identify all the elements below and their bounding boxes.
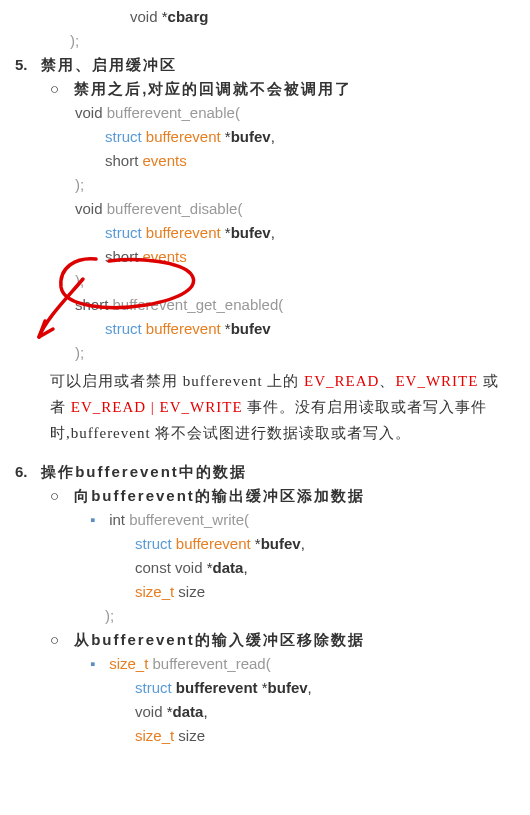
keyword: const — [135, 559, 171, 576]
text-red: EV_READ | EV_WRITE — [71, 399, 243, 415]
list-number: 5. — [15, 53, 37, 77]
bullet-circle-icon: ○ — [50, 628, 70, 652]
param: bufev — [231, 320, 271, 337]
code-line: ); — [15, 29, 515, 53]
code-line: struct bufferevent *bufev — [15, 317, 515, 341]
code-line: struct bufferevent *bufev, — [15, 221, 515, 245]
code-line: ); — [15, 173, 515, 197]
keyword: void — [75, 200, 103, 217]
comma: , — [301, 535, 305, 552]
keyword: size_t — [135, 727, 174, 744]
bullet-circle-icon: ○ — [50, 484, 70, 508]
sub-text: 向bufferevent的输出缓冲区添加数据 — [74, 487, 365, 504]
param: data — [213, 559, 244, 576]
sub-text: 禁用之后,对应的回调就不会被调用了 — [74, 80, 352, 97]
close: ); — [75, 344, 84, 361]
param: events — [143, 152, 187, 169]
keyword: short — [75, 296, 108, 313]
code-line: ▪ size_t bufferevent_read( — [15, 652, 515, 676]
keyword: void — [175, 559, 203, 576]
code-line: ); — [15, 341, 515, 365]
type: bufferevent — [176, 679, 258, 696]
close: ); — [105, 607, 114, 624]
code-line: short bufferevent_get_enabled( — [15, 293, 515, 317]
paren: ( — [244, 511, 249, 528]
param: size — [178, 583, 205, 600]
code-line: struct bufferevent *bufev, — [15, 125, 515, 149]
star: * — [258, 679, 268, 696]
param: bufev — [231, 128, 271, 145]
comma: , — [271, 128, 275, 145]
bullet-square-icon: ▪ — [90, 652, 105, 676]
keyword: struct — [135, 679, 172, 696]
keyword: short — [105, 152, 138, 169]
text-red: EV_WRITE — [395, 373, 478, 389]
param: data — [173, 703, 204, 720]
sub-item: ○ 向bufferevent的输出缓冲区添加数据 — [15, 484, 515, 508]
list-title: 禁用、启用缓冲区 — [41, 53, 177, 77]
comma: , — [243, 559, 247, 576]
func-name: bufferevent_write — [129, 511, 244, 528]
keyword: size_t — [135, 583, 174, 600]
section-6-header: 6. 操作bufferevent中的数据 — [15, 460, 515, 484]
param: bufev — [268, 679, 308, 696]
sub-text: 从bufferevent的输入缓冲区移除数据 — [74, 631, 365, 648]
type: bufferevent — [146, 224, 221, 241]
close-paren: ); — [70, 32, 79, 49]
keyword: struct — [105, 128, 142, 145]
type: bufferevent — [146, 320, 221, 337]
type: bufferevent — [176, 535, 251, 552]
keyword: size_t — [109, 655, 148, 672]
code-line: size_t size — [15, 724, 515, 748]
keyword: int — [109, 511, 125, 528]
paren: ( — [266, 655, 271, 672]
func-name: bufferevent_read — [153, 655, 266, 672]
code-line: short events — [15, 245, 515, 269]
keyword: struct — [135, 535, 172, 552]
param: bufev — [231, 224, 271, 241]
paren: ( — [237, 200, 242, 217]
bullet-square-icon: ▪ — [90, 508, 105, 532]
list-title: 操作bufferevent中的数据 — [41, 460, 247, 484]
code-line: size_t size — [15, 580, 515, 604]
keyword: struct — [105, 224, 142, 241]
code-line: void *data, — [15, 700, 515, 724]
param: size — [174, 727, 205, 744]
paren: ( — [235, 104, 240, 121]
close: ); — [75, 176, 84, 193]
close: ); — [75, 272, 84, 289]
text-red: EV_READ — [304, 373, 379, 389]
code-line: const void *data, — [15, 556, 515, 580]
comma: , — [308, 679, 312, 696]
sub-item: ○ 从bufferevent的输入缓冲区移除数据 — [15, 628, 515, 652]
code-line: ); — [15, 269, 515, 293]
code-line: ▪ int bufferevent_write( — [15, 508, 515, 532]
comma: , — [203, 703, 207, 720]
description: 可以启用或者禁用 bufferevent 上的 EV_READ、EV_WRITE… — [15, 368, 515, 446]
list-number: 6. — [15, 460, 37, 484]
sub-item: ○ 禁用之后,对应的回调就不会被调用了 — [15, 77, 515, 101]
keyword: short — [105, 248, 138, 265]
code-line: ); — [15, 604, 515, 628]
text: 可以启用或者禁用 bufferevent 上的 — [50, 373, 304, 389]
func-name: bufferevent_disable — [107, 200, 238, 217]
code-line: void *cbarg — [15, 5, 515, 29]
param: cbarg — [168, 8, 209, 25]
code-line: void bufferevent_enable( — [15, 101, 515, 125]
comma: , — [271, 224, 275, 241]
func-name: bufferevent_enable — [107, 104, 235, 121]
param: events — [143, 248, 187, 265]
paren: ( — [278, 296, 283, 313]
code-line: void bufferevent_disable( — [15, 197, 515, 221]
star: * — [163, 703, 173, 720]
text: 、 — [379, 373, 395, 389]
param: bufev — [261, 535, 301, 552]
section-5-header: 5. 禁用、启用缓冲区 — [15, 53, 515, 77]
type: bufferevent — [146, 128, 221, 145]
code-line: struct bufferevent *bufev, — [15, 676, 515, 700]
code-line: short events — [15, 149, 515, 173]
keyword: void — [130, 8, 158, 25]
keyword: void — [135, 703, 163, 720]
keyword: void — [75, 104, 103, 121]
func-name: bufferevent_get_enabled — [113, 296, 279, 313]
